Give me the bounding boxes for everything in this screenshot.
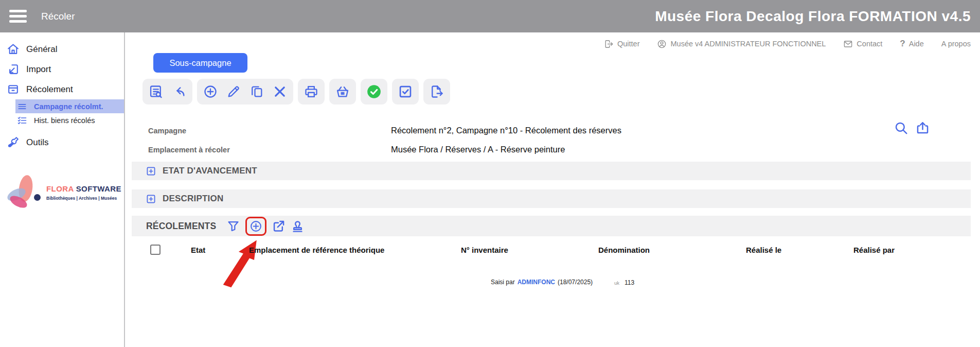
green-check-icon (367, 84, 381, 99)
field-label: Campagne (148, 127, 391, 135)
field-value: Musée Flora / Réserves / A - Réserve pei… (391, 145, 565, 154)
user-icon (657, 39, 667, 49)
saisi-date: (18/07/2025) (558, 279, 593, 286)
toolbar (142, 79, 450, 105)
logo-dot-icon (34, 194, 41, 201)
app-label: Récoler (41, 11, 75, 22)
check-square-icon (398, 84, 413, 99)
column-header-realise-par[interactable]: Réalisé par (853, 246, 895, 254)
delete-x-icon (273, 84, 287, 99)
sidebar-item-hist-biens-recoles[interactable]: Hist. biens récolés (15, 113, 124, 127)
main-content: Quitter Musée v4 ADMINISTRATEUR FONCTION… (125, 32, 980, 347)
apropos-link[interactable]: A propos (941, 40, 971, 48)
toolbar-validate-button[interactable] (361, 79, 387, 105)
mail-icon (843, 39, 853, 49)
contact-link[interactable]: Contact (843, 39, 882, 49)
undo-icon (172, 84, 186, 99)
toolbar-print-button[interactable] (298, 79, 325, 105)
toolbar-group-edit[interactable] (197, 79, 293, 105)
column-header-emplacement[interactable]: Emplacement de référence théorique (249, 246, 384, 254)
uk-value: 113 (625, 279, 634, 286)
edit-pencil-icon (226, 84, 241, 99)
sidebar-item-outils[interactable]: Outils (0, 132, 124, 152)
logo-name: FLORA SOFTWARE (46, 184, 121, 193)
menu-lines-icon (17, 101, 27, 112)
sidebar-item-import[interactable]: Import (0, 59, 124, 79)
archive-box-icon (7, 83, 20, 96)
field-emplacement: Emplacement à récoler Musée Flora / Rése… (148, 140, 621, 159)
home-icon (7, 43, 20, 56)
hamburger-menu-icon[interactable] (9, 10, 27, 23)
uk-label: uk (614, 280, 619, 286)
toolbar-group-list-undo[interactable] (142, 79, 192, 105)
saisi-par-line: Saisi par ADMINFONC (18/07/2025) (491, 279, 593, 286)
sidebar-item-label: Outils (26, 137, 48, 148)
sidebar-item-label: Hist. biens récolés (34, 116, 95, 125)
sidebar-item-label: Général (26, 44, 57, 55)
add-recolement-icon[interactable] (250, 220, 262, 233)
tab-sous-campagne[interactable]: Sous-campagne (153, 53, 247, 73)
sidebar: Général Import Récolement Campagne récol… (0, 32, 125, 347)
copy-icon (250, 84, 264, 99)
add-circle-icon (203, 84, 218, 99)
flora-software-logo: FLORA SOFTWARE Bibliothèques | Archives … (0, 172, 124, 213)
stamp-icon[interactable] (291, 219, 305, 233)
logout-icon (604, 39, 614, 49)
section-recolements: RÉCOLEMENTS (132, 216, 971, 236)
quitter-link[interactable]: Quitter (604, 39, 640, 49)
field-value: Récolement n°2, Campagne n°10 - Récoleme… (391, 126, 621, 135)
upload-box-icon[interactable] (916, 121, 930, 135)
file-export-icon (430, 84, 444, 99)
column-header-realise-le[interactable]: Réalisé le (746, 246, 781, 254)
external-link-icon[interactable] (272, 219, 286, 233)
sidebar-item-label: Récolement (26, 84, 73, 95)
record-fields: Campagne Récolement n°2, Campagne n°10 -… (148, 121, 621, 159)
section-description[interactable]: DESCRIPTION (132, 189, 971, 208)
saisi-user-link[interactable]: ADMINFONC (518, 279, 555, 286)
logo-tagline: Bibliothèques | Archives | Musées (46, 196, 121, 201)
column-header-denomination[interactable]: Dénomination (598, 246, 650, 254)
recolements-title: RÉCOLEMENTS (146, 221, 216, 232)
toolbar-basket-button[interactable] (329, 79, 356, 105)
basket-icon (335, 84, 350, 99)
aide-link[interactable]: ? Aide (900, 39, 923, 49)
expand-plus-icon[interactable] (146, 166, 156, 176)
wrench-icon (7, 136, 20, 149)
column-header-inventaire[interactable]: N° inventaire (461, 246, 508, 254)
toolbar-checksquare-button[interactable] (392, 79, 419, 105)
recolements-actions (226, 217, 305, 236)
user-links-bar: Quitter Musée v4 ADMINISTRATEUR FONCTION… (604, 39, 971, 49)
checklist-icon (17, 115, 27, 126)
sidebar-item-label: Campagne récolmt. (34, 102, 103, 111)
search-icon[interactable] (894, 121, 908, 135)
add-recolement-highlight (245, 217, 266, 236)
toolbar-export-button[interactable] (423, 79, 450, 105)
printer-icon (304, 84, 318, 99)
recolements-table-header: Etat Emplacement de référence théorique … (125, 244, 971, 259)
section-title: DESCRIPTION (163, 194, 223, 204)
question-mark-icon: ? (900, 39, 905, 49)
current-user[interactable]: Musée v4 ADMINISTRATEUR FONCTIONNEL (657, 39, 826, 49)
sidebar-item-general[interactable]: Général (0, 39, 124, 59)
section-etat-avancement[interactable]: ETAT D'AVANCEMENT (132, 162, 971, 180)
app-title: Musée Flora Decalog Flora FORMATION v4.5 (655, 8, 971, 25)
flora-flower-icon (3, 172, 44, 213)
column-header-etat[interactable]: Etat (191, 246, 205, 254)
expand-plus-icon[interactable] (146, 194, 156, 204)
topbar: Récoler Musée Flora Decalog Flora FORMAT… (0, 0, 980, 32)
sidebar-item-recolement[interactable]: Récolement (0, 79, 124, 99)
field-label: Emplacement à récoler (148, 146, 391, 154)
sidebar-item-label: Import (26, 64, 51, 75)
quick-icons (894, 121, 930, 135)
import-icon (7, 63, 20, 76)
saisi-prefix: Saisi par (491, 279, 515, 286)
list-search-icon (149, 84, 163, 99)
field-campagne: Campagne Récolement n°2, Campagne n°10 -… (148, 121, 621, 140)
sidebar-item-campagne-recolmt[interactable]: Campagne récolmt. (15, 99, 124, 113)
filter-funnel-icon[interactable] (226, 219, 240, 233)
section-title: ETAT D'AVANCEMENT (163, 166, 257, 176)
uk-counter: uk 113 (614, 279, 634, 286)
select-all-checkbox[interactable] (150, 245, 161, 255)
